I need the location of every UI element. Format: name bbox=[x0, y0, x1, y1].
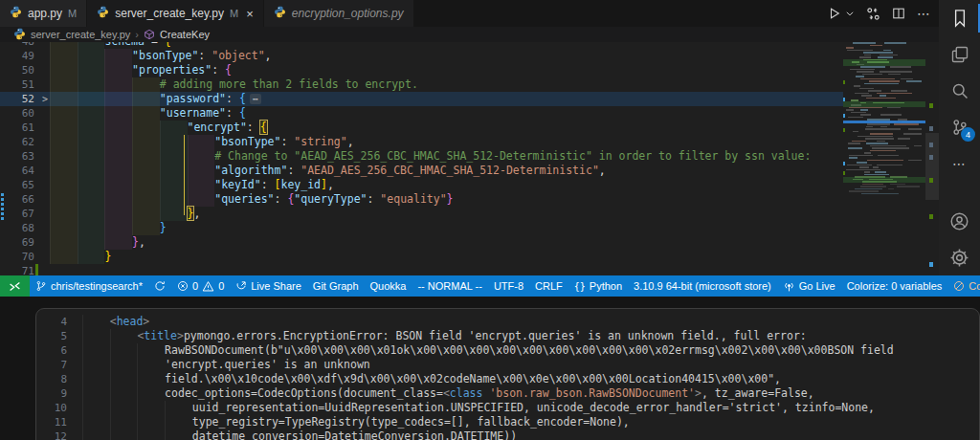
git-branch-icon bbox=[35, 280, 47, 292]
line-number: 67 bbox=[22, 207, 34, 221]
code-line: 7 'encrypt.queries' is an unknown bbox=[36, 358, 979, 372]
git-branch-item[interactable]: chris/testingsearch* bbox=[30, 275, 148, 297]
explorer-icon[interactable] bbox=[939, 36, 980, 73]
line-number: 7 bbox=[60, 358, 67, 372]
code-line: 71 bbox=[0, 264, 843, 275]
quokka-label: Quokka bbox=[370, 280, 407, 292]
line-number: 52 bbox=[22, 92, 34, 106]
settings-gear-icon[interactable] bbox=[939, 239, 980, 275]
code-line: 66 "queries": {"queryType": "equality"} bbox=[0, 192, 843, 207]
tab-encryption-options-py[interactable]: encryption_options.py bbox=[264, 0, 413, 27]
code-line: 65 "keyId": [key_id], bbox=[0, 178, 843, 192]
colorize-label: Colorize bbox=[969, 280, 980, 292]
tab-label: encryption_options.py bbox=[292, 7, 404, 20]
code-line: 70 } bbox=[0, 250, 843, 264]
line-number: 69 bbox=[22, 235, 34, 250]
source-control-icon[interactable]: 4 bbox=[939, 109, 980, 145]
line-number: 65 bbox=[22, 178, 34, 192]
line-number: 4 bbox=[60, 315, 67, 329]
git-modified-badge: M bbox=[68, 8, 77, 19]
live-share-icon bbox=[235, 280, 247, 292]
colorize-variables-label: Colorize: 0 variables bbox=[847, 280, 943, 292]
language-mode-selector[interactable]: {} Python bbox=[568, 275, 628, 297]
bookmarks-icon[interactable] bbox=[939, 0, 980, 36]
breadcrumb-symbol[interactable]: CreateKey bbox=[160, 29, 210, 40]
search-icon[interactable] bbox=[939, 73, 980, 109]
code-line: 50 "properties": { bbox=[0, 63, 843, 77]
python-file-icon bbox=[97, 6, 109, 21]
tab-label: app.py bbox=[28, 7, 62, 20]
line-number: 12 bbox=[55, 429, 67, 440]
editor-column: app.py M server_create_key.py M × encryp… bbox=[0, 0, 939, 275]
live-share-button[interactable]: Live Share bbox=[230, 275, 307, 297]
split-editor-icon[interactable] bbox=[892, 7, 905, 20]
code-line: 4 <head> bbox=[36, 315, 979, 329]
line-number: 66 bbox=[22, 192, 34, 207]
code-editor[interactable]: 48 schema = {49 "bsonType": "object",50 … bbox=[0, 42, 939, 275]
breadcrumb-file[interactable]: server_create_key.py bbox=[31, 29, 130, 40]
code-line: 51 # adding more than 2 fields to encryp… bbox=[0, 77, 843, 92]
line-number: 10 bbox=[55, 401, 67, 415]
code-area: 48 schema = {49 "bsonType": "object",50 … bbox=[0, 42, 843, 275]
disabled-color-icon bbox=[953, 280, 965, 292]
editor-actions: ⋯ bbox=[828, 0, 931, 27]
vim-mode-indicator[interactable]: -- NORMAL -- bbox=[412, 275, 487, 297]
encoding-label: UTF-8 bbox=[494, 280, 523, 292]
top-region: app.py M server_create_key.py M × encryp… bbox=[0, 0, 980, 275]
account-icon[interactable] bbox=[939, 203, 980, 239]
code-line: 10 uuid_representation=UuidRepresentatio… bbox=[36, 401, 979, 415]
run-python-file-button[interactable] bbox=[828, 7, 841, 20]
line-number: 62 bbox=[22, 135, 34, 149]
status-bar-right: UTF-8 CRLF {} Python 3.10.9 64-bit (micr… bbox=[488, 275, 980, 297]
close-icon[interactable]: × bbox=[246, 8, 254, 20]
more-actions-icon[interactable]: ⋯ bbox=[917, 6, 931, 21]
status-bar: chris/testingsearch* 0 0 Live Share Git … bbox=[0, 275, 980, 297]
vscode-window: app.py M server_create_key.py M × encryp… bbox=[0, 0, 980, 440]
line-number: 48 bbox=[22, 42, 34, 49]
broadcast-icon bbox=[783, 280, 795, 293]
code-line: 63 # Change to "AEAD_AES_256_CBC_HMAC_SH… bbox=[0, 149, 843, 164]
activity-bar: 4 ⋯ bbox=[939, 0, 980, 275]
vim-mode-label: -- NORMAL -- bbox=[417, 280, 481, 292]
python-file-icon bbox=[13, 28, 26, 42]
line-number: 64 bbox=[22, 164, 34, 178]
line-number: 63 bbox=[22, 149, 34, 164]
line-number: 5 bbox=[60, 329, 67, 343]
encoding-selector[interactable]: UTF-8 bbox=[488, 275, 529, 297]
tab-app-py[interactable]: app.py M bbox=[0, 0, 86, 27]
remote-indicator[interactable] bbox=[0, 275, 30, 297]
sync-changes-button[interactable] bbox=[148, 275, 171, 297]
colorize-toggle[interactable]: Colorize bbox=[947, 275, 980, 297]
scrollbar[interactable] bbox=[925, 42, 939, 275]
breadcrumb: server_create_key.py › CreateKey bbox=[0, 27, 939, 42]
minimap[interactable] bbox=[843, 42, 925, 275]
interpreter-label: 3.10.9 64-bit (microsoft store) bbox=[634, 280, 771, 292]
open-changes-icon[interactable] bbox=[866, 7, 880, 21]
code-line: 68 } bbox=[0, 221, 843, 235]
run-dropdown-chevron-icon[interactable] bbox=[845, 9, 855, 18]
branch-name: chris/testingsearch* bbox=[51, 280, 143, 292]
symbol-class-icon bbox=[144, 29, 155, 40]
braces-icon: {} bbox=[574, 281, 586, 292]
fold-chevron-icon[interactable]: > bbox=[42, 92, 48, 106]
python-interpreter-selector[interactable]: 3.10.9 64-bit (microsoft store) bbox=[628, 275, 777, 297]
git-added-gutter-marker bbox=[35, 264, 38, 275]
line-number: 50 bbox=[22, 63, 34, 77]
tab-server-create-key-py[interactable]: server_create_key.py M × bbox=[87, 0, 263, 27]
quokka-button[interactable]: Quokka bbox=[365, 275, 412, 297]
code-line: 49 "bsonType": "object", bbox=[0, 49, 843, 63]
line-number: 49 bbox=[22, 49, 34, 63]
code-line: 67 }, bbox=[0, 207, 843, 221]
line-number: 60 bbox=[22, 106, 34, 121]
additional-views-icon[interactable]: ⋯ bbox=[939, 145, 980, 182]
folded-code-ellipsis[interactable]: ⋯ bbox=[250, 94, 261, 104]
problems-item[interactable]: 0 0 bbox=[171, 275, 230, 297]
tab-label: server_create_key.py bbox=[115, 7, 224, 20]
git-graph-button[interactable]: Git Graph bbox=[307, 275, 365, 297]
go-live-button[interactable]: Go Live bbox=[777, 275, 841, 297]
error-output-editor[interactable]: 4 <head>5 <title>pymongo.errors.Encrypti… bbox=[35, 308, 980, 440]
eol-selector[interactable]: CRLF bbox=[529, 275, 568, 297]
sync-icon bbox=[154, 280, 166, 292]
colorize-variables-item[interactable]: Colorize: 0 variables bbox=[841, 275, 948, 297]
code-line: 11 type_registry=TypeRegistry(type_codec… bbox=[36, 415, 979, 429]
